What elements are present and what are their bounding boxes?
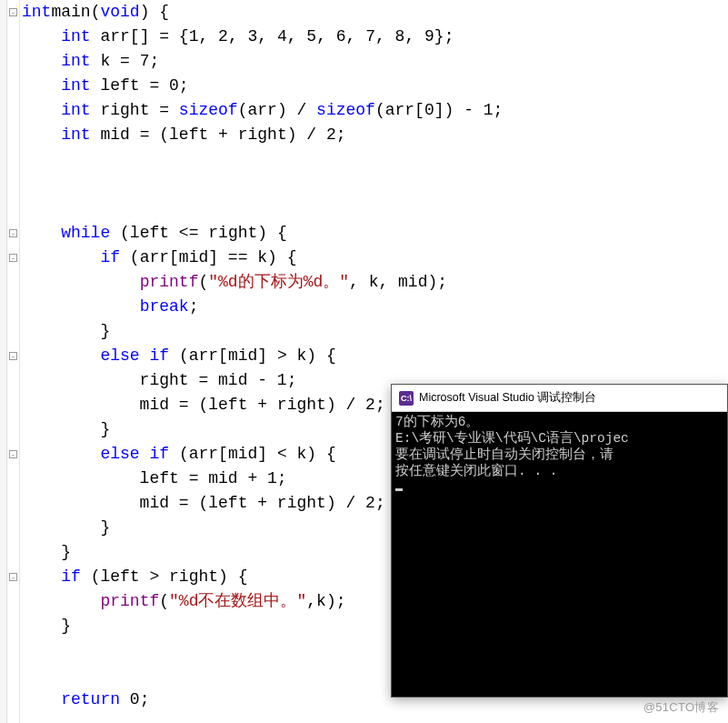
code-line[interactable]: int k = 7; bbox=[22, 49, 713, 74]
editor-gutter bbox=[0, 0, 7, 723]
console-line: 按任意键关闭此窗口. . . bbox=[395, 464, 558, 478]
console-line: 要在调试停止时自动关闭控制台，请 bbox=[395, 447, 613, 462]
code-line[interactable]: if (left > right) { bbox=[22, 567, 248, 586]
code-line[interactable]: break; bbox=[22, 297, 198, 316]
vs-icon: C:\ bbox=[399, 391, 414, 406]
console-line: 7的下标为6。 bbox=[395, 415, 479, 429]
code-line[interactable]: else if (arr[mid] > k) { bbox=[22, 346, 336, 365]
console-title: Microsoft Visual Studio 调试控制台 bbox=[419, 390, 596, 406]
console-cursor bbox=[395, 488, 403, 491]
code-line[interactable]: intmain(void) { bbox=[22, 3, 169, 21]
debug-console-window[interactable]: C:\ Microsoft Visual Studio 调试控制台 7的下标为6… bbox=[391, 384, 728, 698]
watermark: @51CTO博客 bbox=[643, 699, 719, 716]
code-line[interactable]: int right = sizeof(arr) / sizeof(arr[0])… bbox=[22, 101, 503, 119]
code-line[interactable]: mid = (left + right) / 2; bbox=[22, 494, 385, 512]
fold-column bbox=[7, 0, 20, 723]
code-line[interactable]: } bbox=[22, 617, 71, 635]
fold-handle[interactable]: - bbox=[9, 254, 17, 262]
fold-handle[interactable]: - bbox=[9, 8, 17, 16]
code-line[interactable]: return 0; bbox=[22, 690, 149, 708]
code-line[interactable]: printf("%d不在数组中。",k); bbox=[22, 592, 346, 610]
code-line[interactable]: } bbox=[22, 543, 71, 561]
code-line[interactable]: left = mid + 1; bbox=[22, 469, 287, 487]
fold-handle[interactable]: - bbox=[9, 229, 17, 237]
code-line[interactable]: int left = 0; bbox=[22, 76, 189, 95]
fold-handle[interactable]: - bbox=[9, 450, 17, 458]
code-editor[interactable]: ------ intmain(void) { int arr[] = {1, 2… bbox=[0, 0, 728, 723]
console-line: E:\考研\专业课\代码\C语言\projec bbox=[395, 431, 629, 446]
code-line[interactable]: printf("%d的下标为%d。", k, mid); bbox=[22, 273, 447, 291]
code-line[interactable]: int arr[] = {1, 2, 3, 4, 5, 6, 7, 8, 9}; bbox=[22, 27, 454, 45]
code-line[interactable]: right = mid - 1; bbox=[22, 371, 296, 389]
code-line[interactable]: if (arr[mid] == k) { bbox=[22, 248, 297, 266]
code-line[interactable]: } bbox=[22, 420, 110, 438]
console-output[interactable]: 7的下标为6。 E:\考研\专业课\代码\C语言\projec 要在调试停止时自… bbox=[392, 412, 727, 697]
code-line[interactable]: else if (arr[mid] < k) { bbox=[22, 445, 336, 463]
fold-handle[interactable]: - bbox=[9, 573, 17, 581]
code-line[interactable]: } bbox=[22, 322, 110, 340]
code-line[interactable]: } bbox=[22, 518, 110, 537]
code-line[interactable]: int mid = (left + right) / 2; bbox=[22, 126, 346, 144]
code-line[interactable]: while (left <= right) { bbox=[22, 224, 287, 242]
console-titlebar[interactable]: C:\ Microsoft Visual Studio 调试控制台 bbox=[392, 385, 727, 412]
code-line[interactable]: mid = (left + right) / 2; bbox=[22, 396, 385, 414]
fold-handle[interactable]: - bbox=[9, 352, 17, 360]
